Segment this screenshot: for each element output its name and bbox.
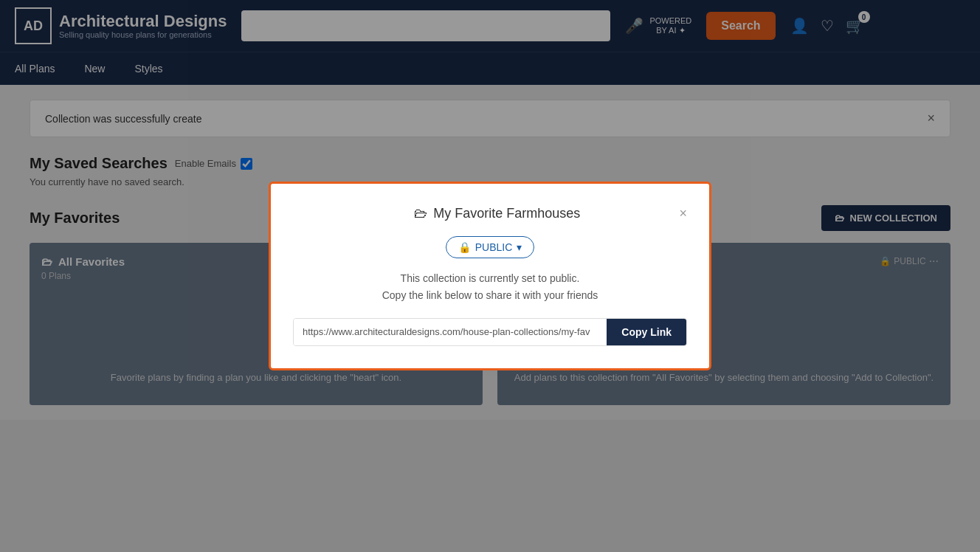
modal-description: This collection is currently set to publ… xyxy=(293,270,687,303)
modal-title-text: My Favorite Farmhouses xyxy=(433,206,580,221)
modal-close-button[interactable]: × xyxy=(679,206,687,221)
modal-overlay: 🗁 My Favorite Farmhouses × 🔒 PUBLIC ▾ Th… xyxy=(0,0,980,552)
modal-folder-icon: 🗁 xyxy=(414,206,427,221)
modal-desc-line2: Copy the link below to share it with you… xyxy=(293,287,687,303)
modal-desc-line1: This collection is currently set to publ… xyxy=(293,270,687,286)
copy-link-button[interactable]: Copy Link xyxy=(607,319,686,345)
modal-title: 🗁 My Favorite Farmhouses xyxy=(414,206,580,221)
modal-link-input[interactable] xyxy=(294,319,607,345)
modal-public-label: PUBLIC xyxy=(475,241,513,253)
modal-public-button[interactable]: 🔒 PUBLIC ▾ xyxy=(446,236,535,258)
modal-lock-icon: 🔒 xyxy=(458,241,471,253)
modal-dropdown-icon: ▾ xyxy=(517,241,522,253)
share-collection-modal: 🗁 My Favorite Farmhouses × 🔒 PUBLIC ▾ Th… xyxy=(269,182,711,370)
modal-header: 🗁 My Favorite Farmhouses × xyxy=(293,206,687,221)
modal-link-row: Copy Link xyxy=(293,318,687,346)
